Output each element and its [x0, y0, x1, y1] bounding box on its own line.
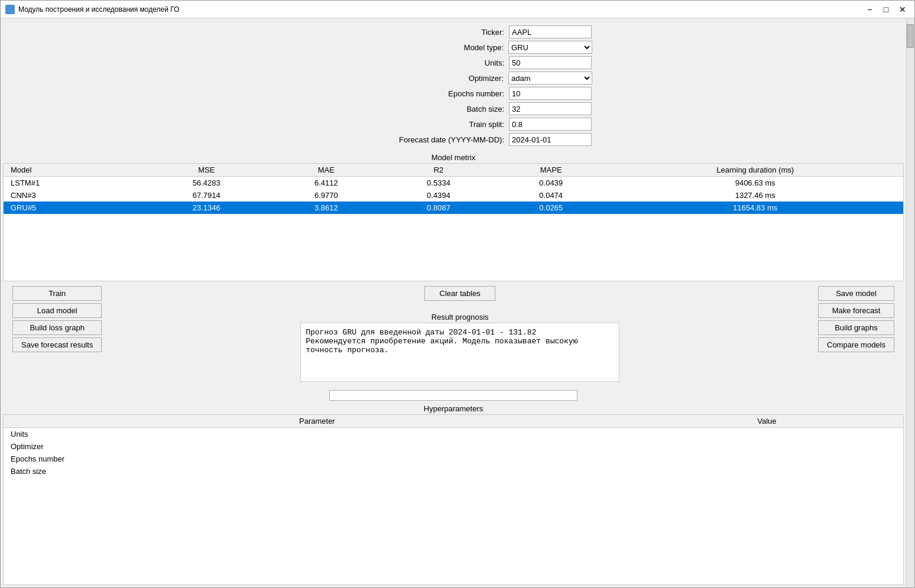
hyper-value: 32	[631, 465, 903, 477]
progress-bar	[329, 390, 577, 401]
hyper-param: Units	[4, 428, 631, 441]
hyperparameters-section: Hyperparameters Parameter Value Units 50…	[1, 404, 906, 587]
ticker-row: Ticker:	[12, 25, 894, 38]
cell-model: CNN#3	[4, 189, 143, 202]
right-buttons: Save model Make forecast Build graphs Co…	[818, 286, 894, 352]
cell-mae: 6.9770	[270, 189, 382, 202]
compare-models-button[interactable]: Compare models	[818, 337, 894, 352]
form-area: Ticker: Model type: GRU LSTM CNN Units:	[1, 18, 906, 153]
cell-mse: 56.4283	[143, 177, 270, 190]
load-model-button[interactable]: Load model	[12, 303, 102, 318]
cell-duration: 11654.83 ms	[607, 202, 903, 214]
clear-tables-button[interactable]: Clear tables	[424, 286, 495, 301]
hyper-value: adam	[631, 440, 903, 453]
scrollbar-track	[907, 18, 914, 587]
progress-section	[1, 386, 906, 404]
make-forecast-button[interactable]: Make forecast	[818, 303, 894, 318]
train-button[interactable]: Train	[12, 286, 102, 301]
cell-model: LSTM#1	[4, 177, 143, 190]
batch-label: Batch size:	[315, 105, 504, 113]
title-bar: Модуль построения и исследования моделей…	[1, 1, 914, 18]
hyper-value: 50	[631, 428, 903, 441]
hyper-param: Optimizer	[4, 440, 631, 453]
main-window: Модуль построения и исследования моделей…	[0, 0, 915, 588]
hyper-title: Hyperparameters	[3, 404, 904, 413]
metrics-table-wrap[interactable]: Model MSE MAE R2 MAPE Learning duration …	[3, 163, 904, 281]
list-item: Batch size 32	[4, 465, 903, 477]
col-mse: MSE	[143, 164, 270, 177]
col-mape: MAPE	[495, 164, 607, 177]
metrics-table: Model MSE MAE R2 MAPE Learning duration …	[4, 164, 903, 214]
maximize-button[interactable]: □	[879, 3, 893, 16]
build-loss-graph-button[interactable]: Build loss graph	[12, 320, 102, 335]
window-title: Модуль построения и исследования моделей…	[18, 5, 862, 14]
batch-row: Batch size:	[12, 102, 894, 115]
cell-mse: 67.7914	[143, 189, 270, 202]
hyper-table: Parameter Value Units 50 Optimizer adam …	[4, 415, 903, 477]
cell-mape: 0.0439	[495, 177, 607, 190]
cell-r2: 0.4394	[382, 189, 495, 202]
cell-r2: 0.5334	[382, 177, 495, 190]
forecast-date-row: Forecast date (YYYY-MM-DD):	[12, 133, 894, 146]
train-split-row: Train split:	[12, 118, 894, 131]
metrics-title: Model metrix	[3, 153, 904, 162]
buttons-section: Train Load model Build loss graph Save f…	[1, 281, 906, 386]
left-buttons: Train Load model Build loss graph Save f…	[12, 286, 102, 352]
col-r2: R2	[382, 164, 495, 177]
optimizer-row: Optimizer: adam sgd rmsprop	[12, 72, 894, 85]
cell-model: GRU#5	[4, 202, 143, 214]
hyper-param: Batch size	[4, 465, 631, 477]
list-item: Units 50	[4, 428, 903, 441]
forecast-date-label: Forecast date (YYYY-MM-DD):	[315, 135, 504, 144]
result-box: Прогноз GRU для введенной даты 2024-01-0…	[300, 323, 619, 382]
table-row[interactable]: CNN#3 67.7914 6.9770 0.4394 0.0474 1327.…	[4, 189, 903, 202]
cell-duration: 9406.63 ms	[607, 177, 903, 190]
list-item: Epochs number 10	[4, 453, 903, 465]
table-row[interactable]: GRU#5 23.1346 3.8612 0.8087 0.0265 11654…	[4, 202, 903, 214]
ticker-input[interactable]	[509, 25, 592, 38]
train-split-label: Train split:	[315, 120, 504, 129]
ticker-label: Ticker:	[315, 28, 504, 37]
table-row[interactable]: LSTM#1 56.4283 6.4112 0.5334 0.0439 9406…	[4, 177, 903, 190]
save-forecast-button[interactable]: Save forecast results	[12, 337, 102, 352]
scrollbar-thumb[interactable]	[907, 24, 914, 48]
cell-mape: 0.0474	[495, 189, 607, 202]
close-button[interactable]: ✕	[895, 3, 910, 16]
cell-r2: 0.8087	[382, 202, 495, 214]
col-duration: Learning duration (ms)	[607, 164, 903, 177]
hyper-value: 10	[631, 453, 903, 465]
batch-input[interactable]	[509, 102, 592, 115]
model-type-label: Model type:	[314, 43, 504, 52]
units-input[interactable]	[509, 56, 592, 69]
minimize-button[interactable]: −	[862, 3, 877, 16]
cell-mape: 0.0265	[495, 202, 607, 214]
hyper-param: Epochs number	[4, 453, 631, 465]
col-mae: MAE	[270, 164, 382, 177]
app-icon	[5, 5, 15, 14]
center-buttons: Clear tables Result prognosis Прогноз GR…	[102, 286, 818, 382]
cell-duration: 1327.46 ms	[607, 189, 903, 202]
train-split-input[interactable]	[509, 118, 592, 131]
cell-mse: 23.1346	[143, 202, 270, 214]
hyper-col-param: Parameter	[4, 415, 631, 428]
forecast-date-input[interactable]	[509, 133, 592, 146]
cell-mae: 3.8612	[270, 202, 382, 214]
units-row: Units:	[12, 56, 894, 69]
model-type-select[interactable]: GRU LSTM CNN	[508, 41, 592, 54]
hyper-table-wrap[interactable]: Parameter Value Units 50 Optimizer adam …	[3, 414, 904, 585]
units-label: Units:	[315, 59, 504, 67]
epochs-input[interactable]	[509, 87, 592, 100]
cell-mae: 6.4112	[270, 177, 382, 190]
epochs-row: Epochs number:	[12, 87, 894, 100]
build-graphs-button[interactable]: Build graphs	[818, 320, 894, 335]
hyper-col-value: Value	[631, 415, 903, 428]
epochs-label: Epochs number:	[315, 89, 504, 98]
col-model: Model	[4, 164, 143, 177]
result-label: Result prognosis	[300, 313, 619, 321]
window-controls: − □ ✕	[862, 3, 910, 16]
optimizer-select[interactable]: adam sgd rmsprop	[508, 72, 592, 85]
model-type-row: Model type: GRU LSTM CNN	[12, 41, 894, 54]
main-scrollbar[interactable]	[906, 18, 914, 587]
save-model-button[interactable]: Save model	[818, 286, 894, 301]
optimizer-label: Optimizer:	[314, 74, 504, 83]
